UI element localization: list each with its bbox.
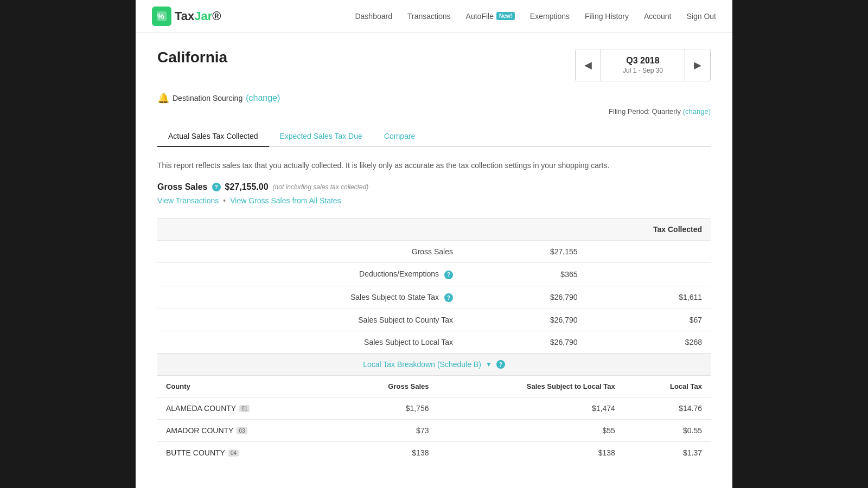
row-local-tax-amount: $26,790 (462, 331, 586, 354)
amador-subject: $55 (437, 420, 623, 442)
gross-sales-col-header: Gross Sales (335, 376, 438, 397)
row-deductions-amount: $365 (462, 263, 586, 286)
county-row: ALAMEDA COUNTY 01 $1,756 $1,474 $14.76 (157, 397, 711, 420)
deductions-info-icon[interactable]: ? (444, 271, 453, 279)
main-content: California ◀ Q3 2018 Jul 1 - Sep 30 ▶ 🔔 … (136, 33, 732, 480)
view-transactions-link[interactable]: View Transactions (157, 196, 219, 205)
quarter-navigator: ◀ Q3 2018 Jul 1 - Sep 30 ▶ (575, 49, 711, 81)
quarter-next-button[interactable]: ▶ (685, 49, 710, 81)
page-title: California (157, 49, 227, 66)
nav-link-filing-history[interactable]: Filing History (585, 12, 629, 21)
nav-link-autofile[interactable]: AutoFile New! (466, 12, 515, 21)
breakdown-header: Local Tax Breakdown (Schedule B) ▼ ? (157, 354, 711, 375)
state-tax-info-icon[interactable]: ? (444, 293, 453, 302)
county-name-butte: BUTTE COUNTY 04 (166, 448, 327, 457)
quarter-prev-button[interactable]: ◀ (576, 49, 601, 81)
quarter-dates: Jul 1 - Sep 30 (623, 67, 663, 74)
row-local-tax-collected: $268 (586, 331, 711, 354)
row-gross-sales-label: Gross Sales (157, 241, 462, 263)
tab-actual[interactable]: Actual Sales Tax Collected (157, 126, 269, 147)
alameda-local-tax: $14.76 (624, 397, 711, 420)
nav-link-dashboard[interactable]: Dashboard (355, 12, 392, 21)
amador-local-tax: $0.55 (624, 420, 711, 442)
row-state-tax-collected: $1,611 (586, 286, 711, 309)
county-table: County Gross Sales Sales Subject to Loca… (157, 375, 711, 464)
report-description: This report reflects sales tax that you … (157, 160, 711, 171)
table-row: Sales Subject to State Tax ? $26,790 $1,… (157, 286, 711, 309)
alameda-gross-sales: $1,756 (335, 397, 438, 420)
butte-local-tax: $1.37 (624, 442, 711, 464)
table-header-tax-collected: Tax Collected (586, 219, 711, 241)
butte-gross-sales: $138 (335, 442, 438, 464)
tab-compare[interactable]: Compare (373, 126, 426, 147)
svg-text:%: % (157, 12, 164, 21)
row-county-tax-label: Sales Subject to County Tax (157, 309, 462, 331)
gross-sales-note: (not including sales tax collected) (273, 183, 369, 191)
table-row: Sales Subject to Local Tax $26,790 $268 (157, 331, 711, 354)
sourcing-text: Destination Sourcing (173, 94, 242, 102)
gross-sales-amount: $27,155.00 (225, 182, 269, 192)
gross-sales-label: Gross Sales (157, 182, 208, 192)
amador-gross-sales: $73 (335, 420, 438, 442)
nav-link-account[interactable]: Account (644, 12, 672, 21)
county-row: BUTTE COUNTY 04 $138 $138 $1.37 (157, 442, 711, 464)
row-state-tax-amount: $26,790 (462, 286, 586, 309)
quarter-label: Q3 2018 (623, 56, 663, 66)
table-header-amount (462, 219, 586, 241)
row-deductions-label: Deductions/Exemptions ? (157, 263, 462, 286)
sourcing-row: 🔔 Destination Sourcing (change) (157, 92, 711, 104)
nav-link-exemptions[interactable]: Exemptions (530, 12, 570, 21)
row-gross-sales-tax (586, 241, 711, 263)
county-name-alameda: ALAMEDA COUNTY 01 (166, 404, 327, 413)
county-col-header: County (157, 376, 335, 397)
row-county-tax-amount: $26,790 (462, 309, 586, 331)
filing-period-change-link[interactable]: (change) (683, 107, 711, 115)
filing-period: Filing Period: Quarterly (change) (157, 107, 711, 115)
county-row: AMADOR COUNTY 03 $73 $55 $0.55 (157, 420, 711, 442)
county-badge-amador: 03 (237, 427, 247, 434)
title-row: California ◀ Q3 2018 Jul 1 - Sep 30 ▶ (157, 49, 711, 81)
nav-link-sign-out[interactable]: Sign Out (687, 12, 716, 21)
gross-sales-row: Gross Sales ? $27,155.00 (not including … (157, 182, 711, 192)
county-badge-alameda: 01 (239, 405, 250, 412)
logo: % TaxJar® (152, 7, 221, 26)
gross-sales-info-icon[interactable]: ? (212, 183, 221, 191)
row-gross-sales-amount: $27,155 (462, 241, 586, 263)
view-gross-sales-link[interactable]: View Gross Sales from All States (230, 196, 341, 205)
tabs: Actual Sales Tax Collected Expected Sale… (157, 126, 711, 147)
table-row: Sales Subject to County Tax $26,790 $67 (157, 309, 711, 331)
logo-icon: % (152, 7, 171, 26)
logo-text: TaxJar® (175, 9, 221, 23)
nav: % TaxJar® Dashboard Transactions AutoFil… (136, 0, 732, 33)
butte-subject: $138 (437, 442, 623, 464)
action-links: View Transactions • View Gross Sales fro… (157, 196, 711, 205)
sourcing-change-link[interactable]: (change) (246, 93, 280, 103)
row-local-tax-label: Sales Subject to Local Tax (157, 331, 462, 354)
link-separator: • (223, 196, 226, 205)
quarter-info: Q3 2018 Jul 1 - Sep 30 (601, 49, 685, 81)
nav-links: Dashboard Transactions AutoFile New! Exe… (355, 12, 716, 21)
breakdown-chevron-icon: ▼ (486, 361, 492, 368)
breakdown-info-icon[interactable]: ? (496, 360, 505, 369)
filing-period-text: Filing Period: Quarterly (609, 107, 681, 115)
table-row: Deductions/Exemptions ? $365 (157, 263, 711, 286)
nav-link-transactions[interactable]: Transactions (407, 12, 451, 21)
row-state-tax-label: Sales Subject to State Tax ? (157, 286, 462, 309)
county-name-amador: AMADOR COUNTY 03 (166, 426, 327, 435)
subject-col-header: Sales Subject to Local Tax (437, 376, 623, 397)
county-badge-butte: 04 (228, 450, 239, 457)
alameda-subject: $1,474 (437, 397, 623, 420)
row-county-tax-collected: $67 (586, 309, 711, 331)
sales-tax-table: Tax Collected Gross Sales $27,155 Deduct… (157, 218, 711, 353)
table-header-label (157, 219, 462, 241)
autofile-badge: New! (496, 12, 515, 20)
row-deductions-tax (586, 263, 711, 286)
table-row: Gross Sales $27,155 (157, 241, 711, 263)
tab-expected[interactable]: Expected Sales Tax Due (269, 126, 373, 147)
breakdown-header-row: Local Tax Breakdown (Schedule B) ▼ ? (157, 353, 711, 375)
breakdown-link[interactable]: Local Tax Breakdown (Schedule B) (363, 360, 481, 369)
sourcing-icon: 🔔 (157, 92, 169, 104)
local-tax-col-header: Local Tax (624, 376, 711, 397)
